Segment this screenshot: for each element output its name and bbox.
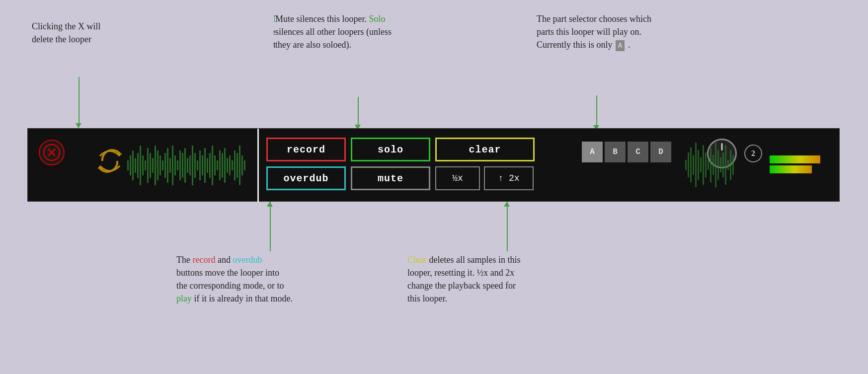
- part-button-a[interactable]: A: [582, 142, 603, 162]
- svg-rect-30: [189, 155, 191, 175]
- svg-rect-15: [152, 158, 154, 173]
- record-button[interactable]: record: [266, 138, 346, 161]
- double-speed-button[interactable]: ↑ 2x: [484, 166, 534, 190]
- part-button-d[interactable]: D: [650, 142, 671, 162]
- svg-rect-63: [710, 148, 711, 182]
- arrow-clear-up: [507, 202, 508, 251]
- svg-rect-34: [199, 150, 201, 180]
- svg-rect-8: [135, 158, 136, 173]
- svg-rect-68: [722, 152, 724, 177]
- svg-rect-41: [217, 160, 218, 170]
- svg-rect-48: [234, 150, 236, 180]
- svg-rect-60: [703, 145, 704, 185]
- svg-rect-9: [137, 153, 139, 178]
- level-bar-1: [770, 155, 829, 163]
- waveform: [127, 134, 246, 197]
- clear-button[interactable]: clear: [435, 138, 535, 161]
- delete-button[interactable]: [39, 140, 65, 165]
- part-button-b[interactable]: B: [605, 142, 626, 162]
- arrow-record-overdub-up: [270, 202, 271, 251]
- svg-rect-20: [164, 153, 166, 178]
- svg-rect-55: [690, 148, 692, 182]
- svg-rect-28: [184, 148, 186, 183]
- svg-rect-66: [717, 150, 719, 180]
- annotation-top-center-fixed: Mute silences this looper. Solo silences…: [275, 12, 392, 51]
- svg-rect-43: [222, 153, 223, 178]
- svg-rect-10: [140, 146, 141, 185]
- svg-rect-25: [177, 160, 178, 170]
- svg-rect-49: [237, 153, 238, 178]
- svg-rect-69: [725, 145, 726, 185]
- svg-rect-13: [147, 148, 149, 183]
- svg-rect-56: [693, 155, 694, 175]
- svg-rect-50: [239, 146, 240, 185]
- svg-rect-6: [130, 155, 131, 175]
- arrow-delete-head: [76, 123, 81, 128]
- svg-rect-31: [192, 146, 193, 185]
- playhead: [257, 129, 259, 202]
- annotation-top-left: Clicking the X will delete the looper: [32, 20, 101, 46]
- speed-buttons-row: ½x ↑ 2x: [435, 166, 535, 190]
- arrow-part: [596, 95, 597, 126]
- svg-rect-61: [705, 152, 707, 177]
- svg-rect-58: [698, 150, 699, 180]
- svg-rect-46: [229, 155, 231, 175]
- annotation-top-right: The part selector chooses which parts th…: [537, 12, 651, 51]
- svg-rect-22: [169, 158, 171, 173]
- svg-rect-16: [155, 146, 156, 185]
- solo-button[interactable]: solo: [351, 138, 430, 161]
- level-bar-2: [770, 165, 819, 173]
- svg-rect-32: [194, 153, 196, 178]
- svg-rect-21: [167, 148, 168, 183]
- svg-rect-17: [157, 150, 158, 180]
- buttons-area: record solo clear overdub mute ½x ↑ 2x: [266, 138, 535, 190]
- svg-rect-23: [172, 146, 173, 185]
- svg-rect-71: [730, 150, 731, 180]
- annotation-bottom-right: Clear deletes all samples in this looper…: [407, 253, 520, 305]
- svg-rect-19: [162, 160, 163, 170]
- loop-arrows-icon: [92, 144, 127, 178]
- svg-rect-70: [727, 160, 729, 170]
- mute-button[interactable]: mute: [351, 166, 430, 190]
- annotation-bottom-left: The record and overdub buttons move the …: [176, 253, 293, 305]
- half-speed-button[interactable]: ½x: [435, 166, 480, 190]
- svg-rect-65: [715, 143, 716, 187]
- svg-rect-24: [174, 155, 176, 175]
- overdub-button[interactable]: overdub: [266, 166, 346, 190]
- svg-rect-33: [197, 160, 198, 170]
- looper-strip: record solo clear overdub mute ½x ↑ 2x A…: [27, 128, 840, 202]
- svg-rect-36: [204, 148, 206, 183]
- svg-rect-59: [700, 157, 702, 172]
- svg-rect-67: [720, 157, 721, 172]
- part-badge-a: A: [616, 40, 625, 51]
- svg-rect-37: [207, 158, 208, 173]
- svg-rect-5: [127, 160, 129, 170]
- svg-rect-45: [227, 158, 228, 173]
- svg-rect-29: [187, 158, 188, 173]
- arrow-delete: [79, 77, 79, 124]
- svg-rect-44: [224, 148, 226, 183]
- svg-rect-62: [708, 160, 709, 170]
- svg-rect-35: [202, 155, 203, 175]
- channel-badge: 2: [744, 145, 762, 162]
- svg-rect-64: [712, 155, 714, 175]
- svg-rect-18: [159, 155, 161, 175]
- svg-rect-40: [214, 155, 216, 175]
- arrow-record-overdub-head-up: [267, 202, 273, 207]
- svg-rect-7: [132, 150, 134, 180]
- svg-rect-53: [685, 160, 687, 170]
- svg-rect-12: [145, 160, 146, 170]
- svg-rect-52: [244, 160, 245, 170]
- x-icon: [43, 144, 61, 161]
- svg-rect-11: [142, 155, 144, 175]
- svg-rect-57: [695, 143, 697, 187]
- part-selector: A B C D: [582, 142, 671, 162]
- waveform-right: [685, 133, 735, 197]
- level-meters: [770, 134, 829, 173]
- svg-rect-39: [212, 146, 213, 185]
- svg-rect-72: [732, 155, 734, 175]
- arrow-mute-solo: [358, 97, 359, 126]
- svg-rect-42: [219, 150, 221, 180]
- part-button-c[interactable]: C: [628, 142, 648, 162]
- svg-rect-27: [182, 153, 183, 178]
